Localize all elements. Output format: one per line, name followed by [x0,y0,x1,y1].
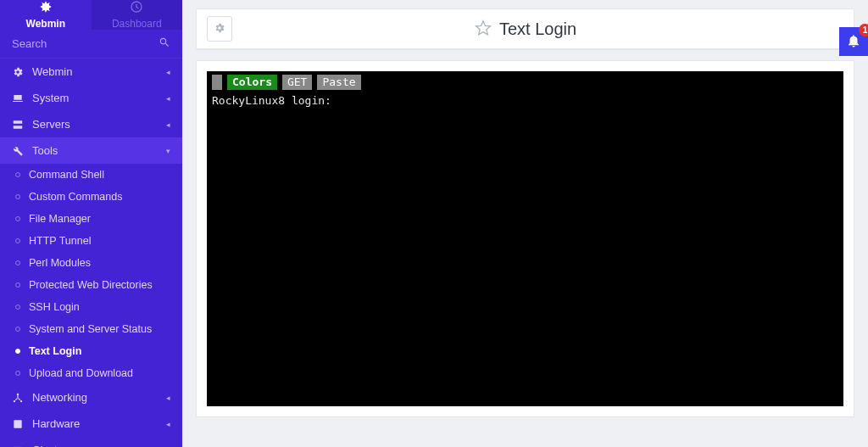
search-input[interactable] [12,37,159,50]
nav-hardware-label: Hardware [32,417,166,430]
tools-subnav: Command Shell Custom Commands File Manag… [0,164,182,384]
notification-button[interactable]: 1 [839,27,868,56]
terminal[interactable]: Colors GET Paste RockyLinux8 login: [207,71,843,406]
nav-servers[interactable]: Servers ◂ [0,111,182,137]
tools-icon [12,145,24,157]
chevron-down-icon: ▾ [166,147,170,155]
subnav-system-status[interactable]: System and Server Status [8,318,182,340]
chevron-left-icon: ◂ [166,394,170,402]
network-icon [12,392,24,404]
sidebar-tabs: Webmin Dashboard [0,0,182,30]
terminal-line: RockyLinux8 login: [212,93,838,109]
subnav-file-manager[interactable]: File Manager [8,208,182,230]
chevron-left-icon: ◂ [166,94,170,103]
star-icon[interactable] [474,19,492,40]
search-row [0,30,182,59]
page-header-panel: Text Login [196,8,854,50]
gear-icon [12,66,24,78]
page-header: Text Login [197,9,854,49]
bullet-icon [15,305,20,310]
svg-point-5 [17,393,19,394]
nav-cluster-label: Cluster [32,444,166,447]
laptop-icon [12,92,24,104]
terminal-colors-button[interactable]: Colors [227,75,277,90]
nav: Webmin ◂ System ◂ Servers ◂ Tools ▾ Comm… [0,59,182,447]
svg-point-3 [14,400,15,401]
notification-badge: 1 [859,24,868,36]
subnav-command-shell[interactable]: Command Shell [8,164,182,186]
hardware-icon [12,418,24,430]
terminal-toolbar: Colors GET Paste [212,75,838,90]
subnav-ssh-login[interactable]: SSH Login [8,296,182,318]
svg-point-4 [20,400,22,401]
svg-rect-2 [14,126,23,129]
chevron-left-icon: ◂ [166,120,170,129]
bullet-icon [15,260,20,265]
bullet-icon [15,282,20,288]
bullet-icon [15,327,20,332]
subnav-http-tunnel[interactable]: HTTP Tunnel [8,230,182,252]
page-title: Text Login [499,20,576,39]
nav-system[interactable]: System ◂ [0,85,182,111]
subnav-perl-modules[interactable]: Perl Modules [8,252,182,274]
nav-webmin[interactable]: Webmin ◂ [0,59,182,85]
terminal-cursor-icon [212,75,222,90]
bullet-icon [15,349,20,354]
tab-dashboard[interactable]: Dashboard [92,0,183,30]
subnav-upload-download[interactable]: Upload and Download [8,362,182,384]
settings-button[interactable] [207,16,232,42]
svg-rect-1 [14,120,23,124]
nav-tools-label: Tools [32,144,166,157]
subnav-protected-web-dirs[interactable]: Protected Web Directories [8,274,182,296]
sidebar: Webmin Dashboard Webmin ◂ S [0,0,182,447]
nav-servers-label: Servers [32,118,166,131]
webmin-logo-icon [39,0,53,16]
svg-rect-6 [14,420,21,427]
tab-webmin[interactable]: Webmin [0,0,92,30]
terminal-panel: Colors GET Paste RockyLinux8 login: [196,60,854,417]
nav-networking-label: Networking [32,391,166,404]
bell-icon [846,33,861,51]
subnav-text-login[interactable]: Text Login [8,340,182,362]
cluster-icon [12,444,24,448]
nav-cluster[interactable]: Cluster ◂ [0,437,182,447]
gear-icon [214,22,225,36]
nav-webmin-label: Webmin [32,65,166,78]
search-icon[interactable] [159,36,170,51]
chevron-left-icon: ◂ [166,68,170,76]
nav-system-label: System [32,92,166,104]
page-title-wrap: Text Login [232,19,818,40]
bullet-icon [15,216,20,221]
server-icon [12,119,24,131]
bullet-icon [15,371,20,376]
terminal-get-button[interactable]: GET [282,75,312,90]
tab-webmin-label: Webmin [26,18,65,30]
chevron-left-icon: ◂ [166,420,170,428]
terminal-paste-button[interactable]: Paste [317,75,360,90]
subnav-custom-commands[interactable]: Custom Commands [8,186,182,208]
content: Text Login Colors GET Paste RockyLinux8 … [182,0,868,447]
bullet-icon [15,194,20,199]
tab-dashboard-label: Dashboard [112,18,162,30]
nav-hardware[interactable]: Hardware ◂ [0,411,182,437]
dashboard-icon [130,0,143,16]
bullet-icon [15,172,20,177]
nav-tools[interactable]: Tools ▾ [0,137,182,164]
nav-networking[interactable]: Networking ◂ [0,384,182,411]
bullet-icon [15,238,20,243]
